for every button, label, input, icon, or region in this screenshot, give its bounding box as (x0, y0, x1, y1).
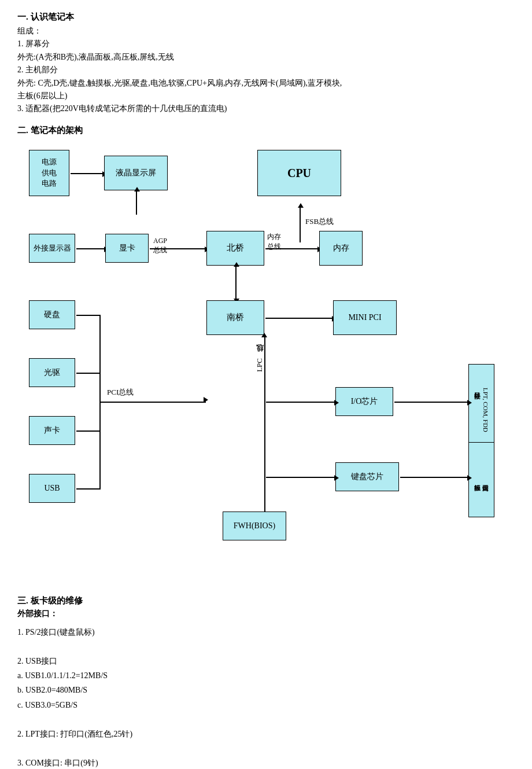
s3-line9 (17, 741, 515, 756)
mini-pci-box: MINI PCI (333, 300, 397, 335)
gpu-box: 显卡 (105, 234, 149, 263)
section3-sub: 外部接口： (17, 609, 515, 619)
line2: 1. 屏幕分 (17, 38, 515, 50)
lpc-arrow-up (261, 333, 267, 337)
section3-body: 1. PS/2接口(键盘鼠标) 2. USB接口 a. USB1.0/1.1/1… (17, 625, 515, 769)
power-box: 电源 供电 电路 (29, 150, 69, 196)
arrow-power-lcd (71, 173, 102, 174)
fsb-label: FSB总线 (305, 216, 334, 227)
optical-box: 光驱 (29, 358, 75, 387)
s3-line5: b. USB2.0=480MB/S (17, 683, 515, 697)
io-chip-box: I/O芯片 (335, 387, 393, 416)
section3-title: 三. 板卡级的维修 (17, 595, 515, 606)
arrow-nb-sb (235, 267, 237, 299)
arrow-nb-mem (265, 248, 317, 249)
pci-to-sb-h (147, 402, 206, 403)
s3-line3: 2. USB接口 (17, 654, 515, 668)
s3-line2 (17, 639, 515, 654)
section2-title: 二. 笔记本的架构 (17, 125, 515, 136)
arrow-lpc-io (266, 402, 334, 403)
cpu-box: CPU (257, 150, 341, 196)
arrow-io-lpt (394, 402, 467, 403)
arrow-lpc-kb (266, 477, 334, 478)
arrow-extdisp-gpu (76, 248, 104, 249)
north-bridge-box: 北桥 (206, 231, 264, 266)
section3-title-text: 三. 板卡级的维修 (17, 596, 83, 605)
line5: 外壳: C壳,D壳,键盘,触摸板,光驱,硬盘,电池,软驱,CPU+风扇,内存,无… (17, 77, 515, 90)
line6: 主板(6层以上) (17, 90, 515, 102)
s3-line7 (17, 712, 515, 727)
section1: 一. 认识笔记本 组成： 1. 屏幕分 外壳:(A壳和B壳),液晶面板,高压板,… (17, 12, 515, 116)
fwh-bios-box: FWH(BIOS) (223, 512, 286, 540)
s3-line6: c. USB3.0=5GB/S (17, 698, 515, 712)
south-bridge-box: 南桥 (206, 300, 264, 335)
memory-box: 内存 (319, 231, 363, 266)
agp-label: AGP 总线 (153, 237, 167, 255)
arrow-sb-minipci (265, 318, 332, 319)
arrow-kb-kbetc (400, 477, 467, 478)
line7: 3. 适配器(把220V电转成笔记本所需的十几伏电压的直流电) (17, 102, 515, 115)
hdd-connector-h (76, 315, 99, 316)
section2: 二. 笔记本的架构 电源 供电 电路 液晶显示屏 CPU FSB总线 外接显示器 (17, 125, 515, 590)
s3-line4: a. USB1.0/1.1/1.2=12MB/S (17, 668, 515, 683)
usb-connector-h (76, 488, 99, 490)
architecture-diagram: 电源 供电 电路 液晶显示屏 CPU FSB总线 外接显示器 显卡 (17, 138, 515, 590)
line1: 组成： (17, 25, 515, 38)
pci-label: PCI总线 (107, 387, 134, 398)
sound-box: 声卡 (29, 416, 75, 445)
keyboard-chip-box: 键盘芯片 (335, 462, 399, 491)
s3-line1: 1. PS/2接口(键盘鼠标) (17, 625, 515, 639)
optical-connector-h (76, 373, 99, 374)
section3: 三. 板卡级的维修 外部接口： 1. PS/2接口(键盘鼠标) 2. USB接口… (17, 595, 515, 769)
hdd-box: 硬盘 (29, 300, 75, 329)
arrow-gpu-nb (150, 248, 205, 249)
external-display-box: 外接显示器 (29, 234, 75, 263)
lcd-box: 液晶显示屏 (104, 156, 168, 190)
sound-connector-h (76, 431, 99, 432)
arrow-nb-cpu (300, 208, 301, 242)
pci-horiz (101, 402, 147, 403)
usb-box: USB (29, 474, 75, 503)
section1-title: 一. 认识笔记本 (17, 12, 515, 23)
section2-title-text: 二. 笔记本的架构 (17, 126, 83, 135)
s3-line10: 3. COM接口: 串口(9针) (17, 756, 515, 769)
arrow-gpu-lcd (136, 192, 137, 215)
line3: 外壳:(A壳和B壳),液晶面板,高压板,屏线,无线 (17, 51, 515, 64)
s3-line8: 2. LPT接口: 打印口(酒红色,25针) (17, 727, 515, 741)
keyboard-etc-box: 内置键盘 触摸板等 (468, 442, 494, 517)
section1-title-text: 一. 认识笔记本 (17, 12, 74, 21)
pci-arrow-head (204, 397, 208, 403)
line4: 2. 主机部分 (17, 64, 515, 76)
lpc-label: LPC总线 (254, 358, 265, 372)
section1-body: 组成： 1. 屏幕分 外壳:(A壳和B壳),液晶面板,高压板,屏线,无线 2. … (17, 25, 515, 116)
